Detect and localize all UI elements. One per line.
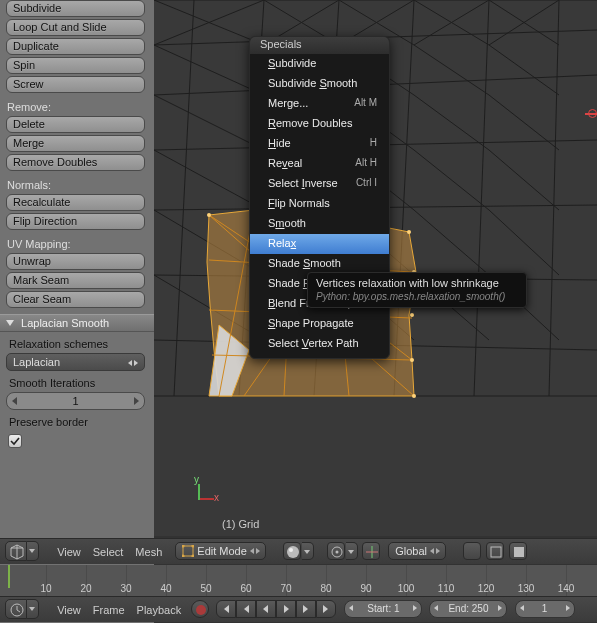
menu-item-select-inverse[interactable]: Select InverseCtrl I: [250, 174, 389, 194]
end-frame-field[interactable]: End: 250: [429, 600, 507, 618]
tool-subdivide[interactable]: Subdivide: [6, 0, 145, 17]
playhead[interactable]: [8, 565, 10, 588]
svg-line-88: [17, 610, 20, 612]
svg-point-81: [336, 551, 339, 554]
menu-item-relax[interactable]: Relax: [250, 234, 389, 254]
proportional-edit-button[interactable]: [509, 542, 527, 560]
tool-remove-doubles[interactable]: Remove Doubles: [6, 154, 145, 171]
menu-item-subdivide-smooth[interactable]: Subdivide Smooth: [250, 74, 389, 94]
menu-view[interactable]: View: [57, 539, 81, 565]
tool-duplicate[interactable]: Duplicate: [6, 38, 145, 55]
ruler-tick: 70: [280, 583, 291, 594]
orientation-label: Global: [395, 545, 427, 557]
timeline-ruler[interactable]: 102030405060708090100110120130140: [0, 565, 597, 596]
shading-dropdown[interactable]: [302, 542, 314, 560]
cube-icon: [7, 543, 27, 561]
operator-panel-header[interactable]: Laplacian Smooth: [0, 314, 154, 332]
play-button[interactable]: [276, 600, 296, 618]
preserve-border-label: Preserve border: [9, 416, 154, 428]
tool-delete[interactable]: Delete: [6, 116, 145, 133]
ruler-tick: 40: [160, 583, 171, 594]
timeline-header: ViewFramePlayback Start: 1 End: 250 1: [0, 596, 597, 622]
current-frame-field[interactable]: 1: [515, 600, 575, 618]
tool-flip-direction[interactable]: Flip Direction: [6, 213, 145, 230]
timeline-editor-dropdown[interactable]: [27, 599, 39, 619]
editor-type-dropdown[interactable]: [27, 541, 39, 561]
menu-view[interactable]: View: [57, 597, 81, 623]
manipulator-icon: [364, 544, 380, 560]
play-reverse-button[interactable]: [256, 600, 276, 618]
menu-item-remove-doubles[interactable]: Remove Doubles: [250, 114, 389, 134]
tool-spin[interactable]: Spin: [6, 57, 145, 74]
menu-item-shade-smooth[interactable]: Shade Smooth: [250, 254, 389, 274]
menu-mesh[interactable]: Mesh: [135, 539, 162, 565]
object-name-label: (1) Grid: [222, 518, 259, 530]
ruler-tick: 110: [438, 583, 455, 594]
svg-rect-85: [514, 547, 524, 557]
menu-item-select-vertex-path[interactable]: Select Vertex Path: [250, 334, 389, 354]
ruler-tick: 20: [80, 583, 91, 594]
prev-keyframe-button[interactable]: [236, 600, 256, 618]
jump-start-button[interactable]: [216, 600, 236, 618]
ruler-tick: 140: [558, 583, 575, 594]
relaxation-scheme-dropdown[interactable]: Laplacian: [6, 353, 145, 371]
preserve-border-checkbox[interactable]: [8, 434, 22, 448]
manipulator-toggle[interactable]: [362, 542, 380, 560]
menu-item-shape-propagate[interactable]: Shape Propagate: [250, 314, 389, 334]
mode-dropdown[interactable]: Edit Mode: [175, 542, 266, 560]
tool-recalculate[interactable]: Recalculate: [6, 194, 145, 211]
smooth-iterations-field[interactable]: 1: [6, 392, 145, 410]
layer-button-1[interactable]: [463, 542, 481, 560]
axis-y-label: y: [194, 474, 199, 485]
ruler-tick: 120: [478, 583, 495, 594]
edit-mode-icon: [182, 545, 194, 557]
pivot-dropdown[interactable]: [346, 542, 358, 560]
menu-title: Specials: [250, 37, 389, 54]
view3d-header: ViewSelectMesh Edit Mode Global: [0, 538, 597, 564]
viewport-shading-button[interactable]: [283, 542, 301, 560]
playback-controls: [216, 600, 336, 618]
transform-gizmo[interactable]: [587, 106, 597, 136]
menu-item-smooth[interactable]: Smooth: [250, 214, 389, 234]
auto-keyframe-button[interactable]: [191, 600, 209, 618]
menu-item-hide[interactable]: HideH: [250, 134, 389, 154]
next-keyframe-button[interactable]: [296, 600, 316, 618]
svg-rect-84: [491, 547, 501, 557]
mode-label: Edit Mode: [197, 545, 247, 557]
cube-solid-icon: [511, 544, 527, 560]
ruler-tick: 100: [398, 583, 415, 594]
jump-end-button[interactable]: [316, 600, 336, 618]
svg-point-74: [182, 545, 185, 548]
editor-type-icon[interactable]: [5, 541, 27, 561]
svg-point-79: [289, 548, 293, 552]
tool-merge[interactable]: Merge: [6, 135, 145, 152]
record-icon: [193, 602, 209, 618]
occlude-geometry-button[interactable]: [486, 542, 504, 560]
svg-point-77: [192, 554, 195, 557]
menu-item-reveal[interactable]: RevealAlt H: [250, 154, 389, 174]
tool-unwrap[interactable]: Unwrap: [6, 253, 145, 270]
tool-mark-seam[interactable]: Mark Seam: [6, 272, 145, 289]
cube-wire-icon: [488, 544, 504, 560]
orientation-dropdown[interactable]: Global: [388, 542, 446, 560]
tool-loop-cut-and-slide[interactable]: Loop Cut and Slide: [6, 19, 145, 36]
menu-frame[interactable]: Frame: [93, 597, 125, 623]
tool-screw[interactable]: Screw: [6, 76, 145, 93]
menu-select[interactable]: Select: [93, 539, 124, 565]
smooth-iterations-label: Smooth Iterations: [9, 377, 154, 389]
timeline-editor-icon[interactable]: [5, 599, 27, 619]
sphere-icon: [285, 544, 301, 560]
pivot-button[interactable]: [327, 542, 345, 560]
menu-playback[interactable]: Playback: [137, 597, 182, 623]
menu-item-subdivide[interactable]: Subdivide: [250, 54, 389, 74]
relaxation-schemes-label: Relaxation schemes: [9, 338, 154, 350]
tool-clear-seam[interactable]: Clear Seam: [6, 291, 145, 308]
ruler-tick: 60: [240, 583, 251, 594]
svg-point-75: [192, 545, 195, 548]
operator-title: Laplacian Smooth: [21, 317, 109, 329]
menu-item-flip-normals[interactable]: Flip Normals: [250, 194, 389, 214]
menu-item-merge-[interactable]: Merge...Alt M: [250, 94, 389, 114]
check-icon: [10, 436, 20, 446]
start-frame-field[interactable]: Start: 1: [344, 600, 422, 618]
ruler-tick: 50: [200, 583, 211, 594]
